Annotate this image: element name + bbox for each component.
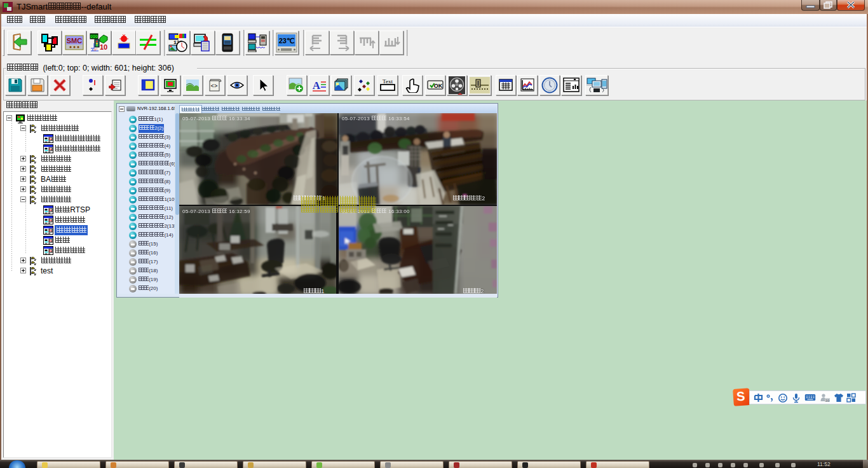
svg-text:23℃: 23℃: [279, 37, 295, 45]
svg-text:Text: Text: [383, 78, 393, 85]
svg-text:10: 10: [100, 43, 107, 51]
svg-text:10: 10: [825, 399, 830, 403]
svg-text:OK: OK: [434, 83, 443, 89]
svg-text:SMC: SMC: [67, 37, 83, 45]
svg-text:<>: <>: [211, 83, 218, 90]
svg-text:A: A: [313, 79, 321, 92]
svg-text:999: 999: [90, 34, 98, 39]
